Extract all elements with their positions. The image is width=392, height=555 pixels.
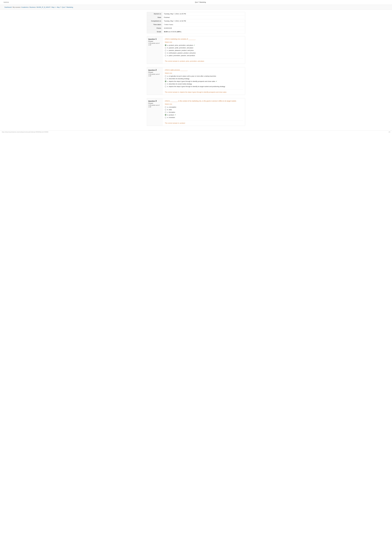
breadcrumb: Dashboard / My courses / Academics / Bus… [0, 5, 392, 10]
question-points-3: 1.00 points out of 1.00 [148, 104, 161, 108]
option-text-3-c: c. formation [167, 111, 175, 113]
option-3-a: a. conception [165, 106, 243, 108]
radio-circle-1-a [165, 44, 166, 46]
summary-value-state: Finished [163, 16, 245, 19]
option-text-2-b: b. describes its branding strategy [167, 78, 189, 80]
summary-label-points: Points [147, 26, 163, 30]
option-2-c: c. depicts the steps it goes through to … [165, 80, 243, 83]
question-sidebar-1: Question 1 Correct 1.00 points out of 1.… [147, 36, 163, 64]
question-text-3: A firm's ________, in the context of its… [165, 100, 243, 102]
option-text-1-d: d. enthusiasm, passion, product, and pri… [167, 52, 196, 54]
question-body-3: A firm's ________, in the context of its… [163, 98, 245, 126]
option-1-e: e. place, promotion, passion, and produc… [165, 54, 243, 57]
options-list-2: a. is typically not put in place until a… [165, 75, 243, 88]
question-number-1: Question 1 [148, 38, 161, 40]
radio-circle-1-d [165, 52, 166, 54]
question-number-3: Question 3 [148, 100, 161, 102]
summary-table: Started on Tuesday, May 7, 2019, 12:25 P… [147, 12, 245, 34]
correct-mark-1-a: ✔ [194, 44, 195, 46]
breadcrumb-business[interactable]: Business [30, 6, 36, 8]
option-2-a: a. is typically not put in place until a… [165, 75, 243, 77]
question-status-3: Correct [148, 102, 161, 104]
option-1-d: d. enthusiasm, passion, product, and pri… [165, 52, 243, 54]
option-text-3-d: d. product [167, 114, 174, 116]
question-points-1: 1.00 points out of 1.00 [148, 42, 161, 46]
options-list-1: a. product, price, promotion, and place … [165, 44, 243, 57]
question-body-1: A firm's marketing mix consists of _____… [163, 36, 245, 64]
select-label-2: Select one: [165, 72, 243, 74]
page-title: Quiz 7 Marketing [2, 1, 390, 4]
question-number-2: Question 2 [148, 69, 161, 71]
radio-circle-3-b [165, 109, 166, 110]
summary-row-state: State Finished [147, 16, 245, 19]
option-text-1-c: c. passion, pleasure, product, and price [167, 50, 194, 51]
summary-value-grade: 30.00 out of 30.00 (100%) [163, 30, 245, 34]
option-3-d: d. product ✔ [165, 114, 243, 116]
option-text-2-e: e. depicts the steps it goes through to … [167, 86, 225, 87]
correct-mark-2-c: ✔ [216, 80, 217, 82]
option-3-c: c. formation [165, 111, 243, 114]
summary-label-timetaken: Time taken [147, 23, 163, 26]
summary-row-points: Points 19.00/19.00 [147, 26, 245, 30]
summary-label-grade: Grade [147, 30, 163, 34]
summary-value-completed: Tuesday, May 7, 2019, 12:32 PM [163, 19, 245, 23]
question-block-1: Question 1 Correct 1.00 points out of 1.… [147, 36, 245, 64]
breadcrumb-course[interactable]: BA260_IP_B_NIGHT [37, 6, 50, 8]
correct-answer-text-3: The correct answer is: product [165, 121, 243, 124]
correct-mark-3-d: ✔ [175, 114, 176, 116]
radio-circle-3-a [165, 106, 166, 108]
page-number: 1/6 [389, 131, 390, 133]
correct-answer-text-2: The correct answer is: depicts the steps… [165, 90, 243, 93]
option-text-2-d: d. describes its social media strategy [167, 83, 192, 85]
question-sidebar-2: Question 2 Correct 1.00 points out of 1.… [147, 67, 163, 95]
option-3-e: e. invention [165, 116, 243, 119]
breadcrumb-academics[interactable]: Academics [21, 6, 29, 8]
radio-circle-2-d [165, 83, 166, 85]
option-text-2-c: c. depicts the steps it goes through to … [167, 80, 215, 82]
select-label-1: Select one: [165, 41, 243, 43]
radio-circle-3-d [165, 114, 166, 116]
option-2-e: e. depicts the steps it goes through to … [165, 85, 243, 88]
question-text-2: A firm's sales process ________. [165, 69, 243, 71]
option-1-a: a. product, price, promotion, and place … [165, 44, 243, 46]
question-status-2: Correct [148, 72, 161, 73]
options-list-3: a. conceptionb. ideac. formationd. produ… [165, 106, 243, 119]
question-sidebar-3: Question 3 Correct 1.00 points out of 1.… [147, 98, 163, 126]
option-text-2-a: a. is typically not put in place until a… [167, 75, 216, 77]
radio-circle-2-c [165, 80, 166, 82]
summary-row-completed: Completed on Tuesday, May 7, 2019, 12:32… [147, 19, 245, 23]
option-text-1-e: e. place, promotion, passion, and produc… [167, 55, 195, 56]
option-text-3-a: a. conception [167, 106, 176, 108]
questions-container: Question 1 Correct 1.00 points out of 1.… [147, 36, 245, 126]
correct-answer-text-1: The correct answer is: product, price, p… [165, 58, 243, 62]
question-block-3: Question 3 Correct 1.00 points out of 1.… [147, 98, 245, 126]
footer-url[interactable]: https://elearning.linnbenton.edu/mod/qui… [2, 131, 48, 133]
summary-label-started: Started on [147, 12, 163, 16]
main-content: Started on Tuesday, May 7, 2019, 12:25 P… [145, 12, 247, 126]
radio-circle-2-a [165, 75, 166, 77]
option-2-b: b. describes its branding strategy [165, 77, 243, 80]
question-body-2: A firm's sales process ________.Select o… [163, 67, 245, 95]
breadcrumb-mycourses: My courses [13, 6, 20, 8]
option-3-b: b. idea [165, 108, 243, 111]
option-2-d: d. describes its social media strategy [165, 83, 243, 85]
radio-circle-3-c [165, 111, 166, 113]
breadcrumb-week[interactable]: May 1 - May 7 [52, 6, 61, 8]
summary-row-started: Started on Tuesday, May 7, 2019, 12:25 P… [147, 12, 245, 16]
option-text-3-e: e. invention [167, 117, 175, 118]
breadcrumb-quiz[interactable]: Quiz 7 Marketing [62, 6, 73, 8]
summary-label-completed: Completed on [147, 19, 163, 23]
summary-value-points: 19.00/19.00 [163, 26, 245, 30]
option-1-b: b. passion, pride, promotion, and place [165, 46, 243, 49]
breadcrumb-dashboard[interactable]: Dashboard [5, 6, 12, 8]
radio-circle-2-e [165, 86, 166, 87]
question-points-2: 1.00 points out of 1.00 [148, 73, 161, 77]
question-block-2: Question 2 Correct 1.00 points out of 1.… [147, 67, 245, 95]
select-label-3: Select one: [165, 103, 243, 105]
summary-label-state: State [147, 16, 163, 19]
question-status-1: Correct [148, 40, 161, 42]
option-text-3-b: b. idea [167, 109, 172, 110]
radio-circle-2-b [165, 78, 166, 80]
question-text-1: A firm's marketing mix consists of _____… [165, 38, 243, 40]
radio-circle-1-e [165, 55, 166, 56]
